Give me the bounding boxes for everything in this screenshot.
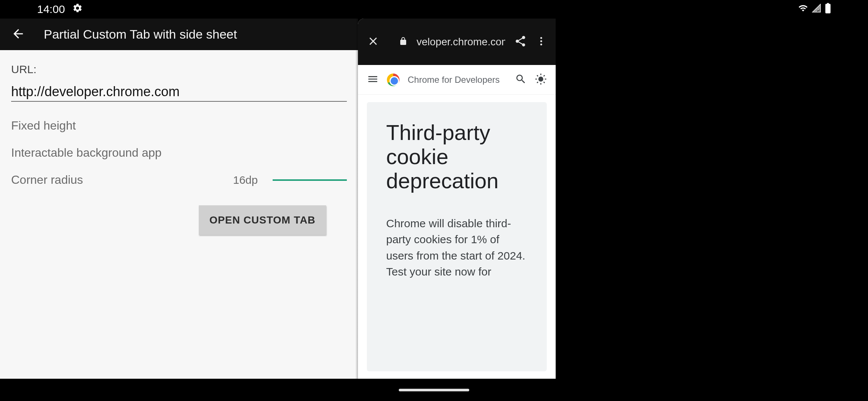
corner-radius-slider[interactable] [273,179,347,181]
open-custom-tab-button[interactable]: OPEN CUSTOM TAB [199,205,326,235]
corner-radius-label: Corner radius [11,173,83,187]
search-icon[interactable] [515,73,527,87]
svg-point-4 [538,76,543,81]
svg-point-2 [540,40,542,42]
app-left-pane: Partial Custom Tab with side sheet URL: … [0,19,358,379]
custom-tab-toolbar: veloper.chrome.com [358,19,556,65]
svg-point-1 [540,37,542,39]
svg-point-3 [540,43,542,45]
back-arrow-icon[interactable] [11,27,25,42]
signal-icon: ! [812,3,821,16]
status-bar: 14:00 ! [0,0,868,19]
theme-icon[interactable] [535,73,547,87]
side-sheet: veloper.chrome.com Chrome for Developers [358,19,556,379]
option-fixed-height[interactable]: Fixed height [11,119,347,133]
battery-icon [825,3,831,16]
corner-radius-row: Corner radius 16dp [11,173,347,187]
lock-icon [399,36,408,48]
svg-line-12 [544,75,545,76]
article-text: Chrome will disable third-party cookies … [386,215,527,280]
nav-pill[interactable] [399,389,469,391]
site-name[interactable]: Chrome for Developers [408,75,507,85]
gear-icon [72,3,83,16]
close-icon[interactable] [367,35,379,49]
site-header: Chrome for Developers [358,65,556,95]
url-input-wrap [11,84,347,102]
nav-bar [0,379,868,401]
svg-line-11 [537,82,538,83]
article-card: Third-party cookie deprecation Chrome wi… [367,102,547,371]
svg-text:!: ! [818,8,819,12]
app-toolbar: Partial Custom Tab with side sheet [0,19,358,50]
chrome-logo-icon [387,74,400,86]
custom-tab-url[interactable]: veloper.chrome.com [417,36,505,48]
article-title: Third-party cookie deprecation [386,121,527,193]
status-left: 14:00 [37,3,83,16]
share-icon[interactable] [514,35,527,49]
svg-line-7 [537,75,538,76]
status-right: ! [798,3,831,16]
page-title: Partial Custom Tab with side sheet [44,27,237,42]
url-input[interactable] [11,84,347,100]
app-content: URL: Fixed height Interactable backgroun… [0,50,358,379]
page-body[interactable]: Third-party cookie deprecation Chrome wi… [358,95,556,379]
option-fixed-height-label: Fixed height [11,119,76,133]
status-time: 14:00 [37,3,65,16]
right-black-margin [556,19,868,379]
main-region: Partial Custom Tab with side sheet URL: … [0,19,868,379]
wifi-icon [798,3,808,16]
corner-radius-value: 16dp [233,174,258,186]
more-icon[interactable] [536,36,547,48]
option-interactable-bg-label: Interactable background app [11,146,162,160]
option-interactable-background[interactable]: Interactable background app [11,146,347,160]
svg-line-8 [544,82,545,83]
hamburger-icon[interactable] [367,73,379,87]
url-label: URL: [11,63,347,76]
